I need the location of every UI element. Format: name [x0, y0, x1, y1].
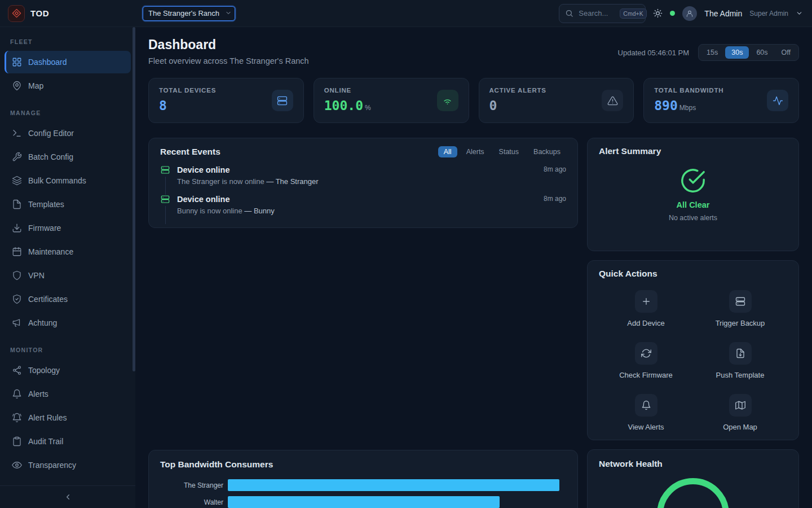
quick-action-open-map[interactable]: Open Map	[693, 394, 787, 431]
check-circle-icon	[599, 168, 787, 194]
event-device: — The Stranger	[266, 177, 318, 186]
brand-name: TOD	[30, 8, 49, 18]
event-time: 8m ago	[544, 195, 566, 204]
filter-alerts[interactable]: Alerts	[461, 146, 490, 157]
events-list: Device online 8m ago The Stranger is now…	[160, 165, 566, 224]
server-icon	[161, 195, 170, 204]
quick-action-check-firmware[interactable]: Check Firmware	[599, 342, 693, 379]
quick-action-label: Add Device	[627, 319, 664, 327]
search-input[interactable]	[577, 8, 616, 18]
sidebar-item-label: Certificates	[28, 295, 68, 304]
plus-icon	[635, 290, 657, 313]
download-icon	[12, 223, 22, 233]
theme-toggle-button[interactable]	[653, 8, 663, 18]
quick-action-label: Open Map	[723, 423, 757, 431]
sidebar-collapse-button[interactable]	[0, 485, 135, 508]
event-row[interactable]: Device online 8m ago Bunny is now online…	[160, 195, 566, 224]
topbar-right: Cmd+K The Admin Super Admin	[559, 4, 803, 23]
alert-triangle-icon	[602, 90, 623, 111]
quick-actions-title: Quick Actions	[599, 269, 657, 279]
search-box[interactable]: Cmd+K	[559, 4, 646, 23]
avatar[interactable]	[682, 6, 697, 21]
filter-status[interactable]: Status	[493, 146, 524, 157]
sidebar-item-alerts[interactable]: Alerts	[5, 383, 131, 405]
sidebar-item-transparency[interactable]: Transparency	[5, 454, 131, 476]
refresh-option-60s[interactable]: 60s	[750, 46, 774, 59]
timeline-line	[165, 206, 166, 224]
event-title: Device online	[177, 195, 230, 204]
stat-label: TOTAL DEVICES	[159, 87, 216, 94]
topology-icon	[12, 365, 22, 375]
sidebar-item-batch-config[interactable]: Batch Config	[5, 146, 131, 168]
filter-backups[interactable]: Backups	[528, 146, 566, 157]
filter-all[interactable]: All	[438, 146, 457, 157]
chevron-down-icon	[796, 10, 803, 17]
quick-action-push-template[interactable]: Push Template	[693, 342, 787, 379]
sidebar-item-firmware[interactable]: Firmware	[5, 217, 131, 239]
stat-value: 890Mbps	[654, 98, 723, 113]
server-icon	[272, 90, 293, 111]
wifi-icon	[437, 90, 458, 111]
sidebar-item-achtung[interactable]: Achtung	[5, 312, 131, 334]
sidebar-item-label: Dashboard	[28, 58, 67, 67]
refresh-option-off[interactable]: Off	[775, 46, 797, 59]
bell-icon	[12, 389, 22, 399]
event-row[interactable]: Device online 8m ago The Stranger is now…	[160, 165, 566, 195]
updated-timestamp: Updated 05:46:01 PM	[618, 49, 689, 57]
clipboard-icon	[12, 436, 22, 446]
layers-icon	[12, 176, 22, 186]
site-selector[interactable]: The Stranger's Ranch	[143, 6, 235, 21]
user-role: Super Admin	[749, 10, 788, 17]
quick-action-label: Check Firmware	[619, 371, 673, 379]
terminal-icon	[12, 128, 22, 138]
refresh-option-30s[interactable]: 30s	[725, 46, 749, 59]
user-menu-button[interactable]	[796, 10, 803, 17]
sidebar-item-certificates[interactable]: Certificates	[5, 288, 131, 310]
bandwidth-row: The Stranger	[160, 479, 566, 491]
network-health-title: Network Health	[599, 459, 663, 469]
bandwidth-title: Top Bandwidth Consumers	[160, 459, 273, 470]
status-dot	[670, 11, 675, 16]
stat-value: 100.0%	[324, 98, 371, 113]
quick-action-view-alerts[interactable]: View Alerts	[599, 394, 693, 431]
stat-cards-row: TOTAL DEVICES 8 ONLINE 100.0% ACTIVE A	[148, 78, 799, 123]
sidebar-item-vpn[interactable]: VPN	[5, 264, 131, 287]
quick-action-trigger-backup[interactable]: Trigger Backup	[693, 290, 787, 327]
sidebar: FLEET Dashboard Map MANAGE Config Editor…	[0, 27, 135, 508]
bandwidth-chart: The Stranger Walter	[160, 479, 566, 508]
sidebar-item-label: Firmware	[28, 224, 61, 233]
map-pin-icon	[12, 81, 22, 91]
stat-label: ACTIVE ALERTS	[489, 87, 546, 94]
sidebar-item-bulk-commands[interactable]: Bulk Commands	[5, 169, 131, 192]
health-gauge-ring	[657, 478, 729, 508]
quick-action-add-device[interactable]: Add Device	[599, 290, 693, 327]
sidebar-item-label: Map	[28, 81, 43, 90]
sidebar-item-templates[interactable]: Templates	[5, 193, 131, 216]
sidebar-item-topology[interactable]: Topology	[5, 359, 131, 382]
sidebar-item-config-editor[interactable]: Config Editor	[5, 122, 131, 144]
shield-icon	[12, 270, 22, 281]
sidebar-item-label: Bulk Commands	[28, 176, 86, 185]
sidebar-item-label: Config Editor	[28, 129, 74, 138]
calendar-icon	[12, 247, 22, 257]
recent-events-title: Recent Events	[160, 147, 220, 157]
sidebar-item-maintenance[interactable]: Maintenance	[5, 240, 131, 263]
recent-events-panel: Recent Events All Alerts Status Backups	[148, 138, 578, 228]
sidebar-item-map[interactable]: Map	[5, 75, 131, 97]
sidebar-item-dashboard[interactable]: Dashboard	[5, 51, 131, 73]
event-detail: Bunny is now online — Bunny	[177, 207, 566, 215]
user-name: The Admin	[704, 9, 742, 18]
diamond-box-icon	[8, 5, 25, 22]
sidebar-item-label: VPN	[28, 271, 45, 280]
sidebar-item-label: Achtung	[28, 318, 57, 327]
sidebar-item-alert-rules[interactable]: Alert Rules	[5, 406, 131, 429]
search-shortcut-badge: Cmd+K	[620, 8, 646, 19]
sidebar-item-audit-trail[interactable]: Audit Trail	[5, 430, 131, 453]
sidebar-item-label: Batch Config	[28, 152, 73, 161]
map-icon	[729, 394, 752, 417]
alert-summary-panel: Alert Summary All Clear No active alerts	[587, 138, 799, 251]
quick-action-label: View Alerts	[628, 423, 664, 431]
brand: TOD	[0, 5, 135, 22]
refresh-option-15s[interactable]: 15s	[700, 46, 724, 59]
sidebar-item-label: Templates	[28, 200, 64, 209]
